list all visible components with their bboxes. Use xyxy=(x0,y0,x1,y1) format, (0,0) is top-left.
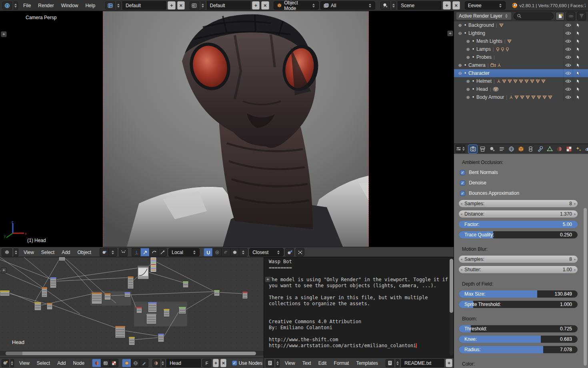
expand-toggle[interactable]: ⊕ xyxy=(465,47,471,52)
shader-node[interactable] xyxy=(128,276,134,289)
delete-workspace-button-1[interactable]: × xyxy=(177,1,185,10)
workspace-field-2[interactable]: Default xyxy=(207,1,250,10)
slider-sprite-threshold[interactable]: Sprite Threshold:1.000 xyxy=(459,301,578,308)
node-canvas[interactable]: Head + xyxy=(0,257,264,357)
visibility-eye-icon[interactable] xyxy=(563,45,573,53)
expand-toggle[interactable]: ⊕ xyxy=(457,63,463,68)
fake-user-button[interactable]: F xyxy=(202,359,211,367)
shader-node[interactable] xyxy=(34,302,41,310)
scene-icon-button[interactable] xyxy=(380,2,390,10)
slider-trace-quality[interactable]: Trace Quality:0.250 xyxy=(459,231,578,238)
viewport-editor-type-button[interactable] xyxy=(2,248,12,256)
text-menu-view[interactable]: View xyxy=(281,359,299,367)
viewport-3d[interactable]: Camera Persp (1) Head z x y + + ViewSel xyxy=(0,11,454,257)
mode-dropdown[interactable]: Object Mode xyxy=(274,1,319,10)
outliner-filter-dropdown[interactable]: Active Render Layer xyxy=(456,12,512,20)
snap-target-dropdown[interactable]: Closest xyxy=(249,248,284,256)
expand-region-button[interactable]: + xyxy=(265,276,271,282)
shader-node[interactable] xyxy=(214,290,220,296)
shader-node[interactable] xyxy=(92,292,102,304)
selectability-cursor-icon[interactable] xyxy=(573,29,582,37)
duplicate-move-button[interactable] xyxy=(221,248,230,256)
outliner-row-character[interactable]: ⊖•Character xyxy=(454,69,588,77)
checkbox-bounces-approximation[interactable]: ✓Bounces Approximation xyxy=(460,190,578,197)
proportional-off-button[interactable] xyxy=(212,248,221,256)
outliner-row-camera[interactable]: ⊕•Camera| xyxy=(454,61,588,69)
snap-toggle-button[interactable] xyxy=(204,248,212,256)
properties-tab-modifiers[interactable] xyxy=(536,145,544,153)
slider-max-size[interactable]: Max Size:130.849 xyxy=(459,290,578,298)
shader-node[interactable] xyxy=(138,266,149,279)
text-filename-field[interactable]: README.txt xyxy=(401,359,444,367)
node-menu-node[interactable]: Node xyxy=(70,359,88,367)
checkbox-box[interactable]: ✓ xyxy=(460,180,465,186)
visibility-eye-icon[interactable] xyxy=(563,37,573,45)
editor-type-button[interactable]: i xyxy=(2,2,12,10)
new-material-button[interactable]: + xyxy=(213,359,219,367)
shader-type-object-button[interactable] xyxy=(92,359,101,367)
viewport-menu-object[interactable]: Object xyxy=(74,248,95,256)
text-editor-spinner[interactable] xyxy=(276,359,280,367)
workspace-spinner-1[interactable] xyxy=(116,2,121,10)
slider-samples[interactable]: ◂▸Samples:8 xyxy=(459,200,578,207)
selectability-cursor-icon[interactable] xyxy=(573,93,582,101)
viewport-menu-select[interactable]: Select xyxy=(38,248,58,256)
viewport-editor-spinner[interactable] xyxy=(14,248,18,256)
selectability-cursor-icon[interactable] xyxy=(573,53,582,61)
workspace-field-1[interactable]: Default xyxy=(122,1,166,10)
text-editor-type-button[interactable] xyxy=(266,359,274,367)
shader-node[interactable] xyxy=(164,309,170,317)
slider-distance[interactable]: ◂▸Distance:1.370 xyxy=(459,210,578,218)
text-editor[interactable]: Wasp Bot========The model is using "Only… xyxy=(264,257,454,368)
delete-scene-button[interactable]: × xyxy=(452,1,460,10)
properties-tab-constraints[interactable] xyxy=(526,145,535,153)
manipulator-scale-button[interactable] xyxy=(158,248,167,256)
delete-workspace-button-2[interactable]: × xyxy=(261,1,269,10)
expand-toggle[interactable]: ⊕ xyxy=(465,79,471,84)
expand-region-button-left[interactable]: + xyxy=(1,31,7,37)
node-editor-spinner[interactable] xyxy=(10,359,14,367)
text-datablock-spinner[interactable] xyxy=(396,359,400,367)
display-filter-dropdown[interactable]: All xyxy=(320,1,375,10)
visibility-eye-icon[interactable] xyxy=(563,85,573,93)
scrollbar-handle[interactable] xyxy=(6,352,256,355)
snap-grid-button[interactable] xyxy=(296,248,304,256)
expand-toggle[interactable]: ⊕ xyxy=(465,87,471,92)
selectability-cursor-icon[interactable] xyxy=(573,21,582,29)
expand-toggle[interactable]: ⊕ xyxy=(457,23,463,28)
slider-factor[interactable]: Factor:5.00 xyxy=(459,221,578,228)
linked-data-button[interactable] xyxy=(566,12,575,20)
visibility-eye-icon[interactable] xyxy=(563,29,573,37)
orientation-dropdown[interactable]: Local xyxy=(168,248,200,256)
visibility-eye-icon[interactable] xyxy=(563,93,573,101)
slider-threshold[interactable]: Threshold:0.725 xyxy=(459,325,578,332)
expand-toggle[interactable]: ⊕ xyxy=(465,95,471,100)
outliner-row-probes[interactable]: ⊕•Probes| xyxy=(454,53,588,61)
text-menu-templates[interactable]: Templates xyxy=(352,359,382,367)
selectability-cursor-icon[interactable] xyxy=(573,61,582,69)
node-menu-select[interactable]: Select xyxy=(33,359,54,367)
properties-tab-output[interactable] xyxy=(478,145,487,153)
unlink-material-button[interactable]: × xyxy=(220,359,226,367)
node-menu-add[interactable]: Add xyxy=(54,359,69,367)
properties-editor-spinner[interactable] xyxy=(462,145,465,153)
shader-node[interactable] xyxy=(179,307,186,314)
properties-tab-material[interactable] xyxy=(555,145,564,153)
scrollbar-handle[interactable] xyxy=(450,259,453,313)
properties-tab-scene[interactable] xyxy=(488,145,496,153)
visibility-eye-icon[interactable] xyxy=(563,61,573,69)
node-horizontal-scrollbar[interactable] xyxy=(0,351,264,356)
add-workspace-button-1[interactable]: + xyxy=(168,1,175,10)
pivot-spinner[interactable] xyxy=(108,248,117,256)
slider-knee[interactable]: Knee:0.683 xyxy=(459,336,578,343)
filter-button[interactable] xyxy=(577,12,586,20)
shader-node[interactable] xyxy=(146,314,156,324)
pin-object-button[interactable] xyxy=(122,359,131,367)
shader-node[interactable] xyxy=(136,307,142,313)
brush-toggle-button[interactable] xyxy=(140,359,148,367)
material-name-field[interactable]: Head xyxy=(166,359,201,367)
viewport-menu-add[interactable]: Add xyxy=(58,248,74,256)
slider-shutter[interactable]: ◂▸Shutter:1.00 xyxy=(459,266,578,273)
properties-tab-texture[interactable] xyxy=(564,145,573,153)
text-menu-edit[interactable]: Edit xyxy=(315,359,330,367)
